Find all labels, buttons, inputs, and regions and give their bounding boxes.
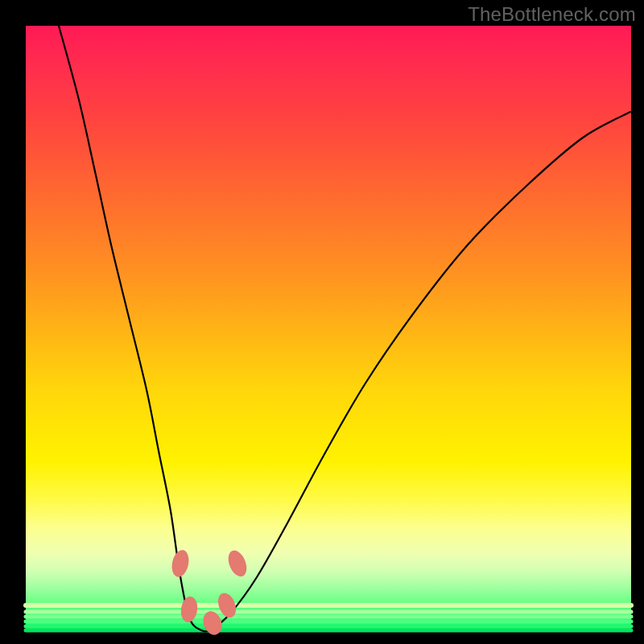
chart-frame: TheBottleneck.com [0,0,644,644]
curve-markers [170,547,250,637]
watermark-text: TheBottleneck.com [468,3,636,26]
curve-marker [170,548,192,578]
bottleneck-curve [59,26,630,631]
curve-marker [180,596,199,623]
curve-marker [225,547,250,579]
bottom-bands [26,605,631,630]
plot-area [26,26,631,631]
curve-svg [26,26,631,631]
